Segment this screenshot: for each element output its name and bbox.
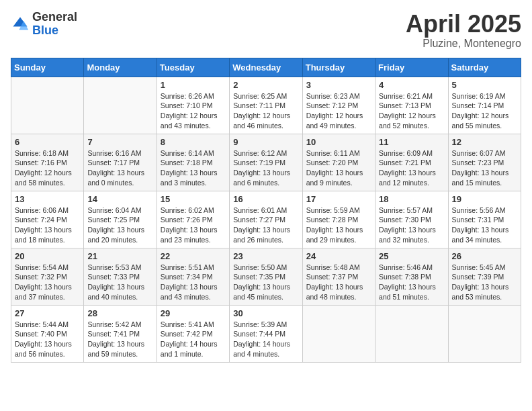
- header-row: SundayMondayTuesdayWednesdayThursdayFrid…: [11, 58, 521, 77]
- day-number: 19: [452, 194, 517, 204]
- day-info: Sunrise: 6:18 AM Sunset: 7:16 PM Dayligh…: [15, 148, 80, 188]
- calendar-cell: 3Sunrise: 6:23 AM Sunset: 7:12 PM Daylig…: [302, 77, 375, 134]
- day-info: Sunrise: 6:14 AM Sunset: 7:18 PM Dayligh…: [161, 148, 226, 188]
- day-number: 20: [15, 251, 80, 261]
- day-info: Sunrise: 5:56 AM Sunset: 7:31 PM Dayligh…: [452, 205, 517, 245]
- day-info: Sunrise: 5:46 AM Sunset: 7:38 PM Dayligh…: [379, 263, 444, 302]
- day-number: 3: [306, 80, 371, 90]
- month-title: April 2025: [406, 11, 521, 38]
- day-info: Sunrise: 6:07 AM Sunset: 7:23 PM Dayligh…: [452, 148, 517, 188]
- calendar-cell: [448, 305, 521, 362]
- day-info: Sunrise: 5:44 AM Sunset: 7:40 PM Dayligh…: [15, 320, 80, 359]
- calendar-cell: 21Sunrise: 5:53 AM Sunset: 7:33 PM Dayli…: [84, 248, 157, 305]
- day-info: Sunrise: 5:45 AM Sunset: 7:39 PM Dayligh…: [452, 263, 517, 302]
- day-number: 17: [306, 194, 371, 204]
- page-header: General Blue April 2025 Pluzine, Montene…: [11, 11, 521, 50]
- day-number: 21: [87, 251, 152, 261]
- day-number: 5: [452, 80, 517, 90]
- day-info: Sunrise: 5:51 AM Sunset: 7:34 PM Dayligh…: [161, 263, 226, 302]
- calendar-week-3: 13Sunrise: 6:06 AM Sunset: 7:24 PM Dayli…: [11, 191, 521, 248]
- calendar-cell: [375, 305, 448, 362]
- calendar-cell: 9Sunrise: 6:12 AM Sunset: 7:19 PM Daylig…: [230, 134, 302, 191]
- day-number: 6: [15, 137, 80, 147]
- day-number: 22: [161, 251, 226, 261]
- day-info: Sunrise: 5:41 AM Sunset: 7:42 PM Dayligh…: [161, 320, 226, 359]
- logo-blue: Blue: [32, 24, 77, 38]
- day-info: Sunrise: 5:57 AM Sunset: 7:30 PM Dayligh…: [379, 205, 444, 245]
- calendar-cell: 12Sunrise: 6:07 AM Sunset: 7:23 PM Dayli…: [448, 134, 521, 191]
- calendar-cell: 23Sunrise: 5:50 AM Sunset: 7:35 PM Dayli…: [230, 248, 302, 305]
- day-number: 23: [233, 251, 298, 261]
- day-number: 10: [306, 137, 371, 147]
- day-number: 13: [15, 194, 80, 204]
- calendar-cell: 17Sunrise: 5:59 AM Sunset: 7:28 PM Dayli…: [302, 191, 375, 248]
- day-info: Sunrise: 6:26 AM Sunset: 7:10 PM Dayligh…: [161, 91, 226, 131]
- day-info: Sunrise: 5:54 AM Sunset: 7:32 PM Dayligh…: [15, 263, 80, 302]
- calendar-cell: 25Sunrise: 5:46 AM Sunset: 7:38 PM Dayli…: [375, 248, 448, 305]
- calendar-cell: [302, 305, 375, 362]
- day-number: 2: [233, 80, 298, 90]
- calendar-cell: 20Sunrise: 5:54 AM Sunset: 7:32 PM Dayli…: [11, 248, 84, 305]
- day-info: Sunrise: 5:59 AM Sunset: 7:28 PM Dayligh…: [306, 205, 371, 245]
- calendar-cell: 4Sunrise: 6:21 AM Sunset: 7:13 PM Daylig…: [375, 77, 448, 134]
- day-number: 18: [379, 194, 444, 204]
- day-info: Sunrise: 6:09 AM Sunset: 7:21 PM Dayligh…: [379, 148, 444, 188]
- calendar-cell: 10Sunrise: 6:11 AM Sunset: 7:20 PM Dayli…: [302, 134, 375, 191]
- logo-general: General: [32, 11, 77, 24]
- calendar-cell: 24Sunrise: 5:48 AM Sunset: 7:37 PM Dayli…: [302, 248, 375, 305]
- calendar-cell: 16Sunrise: 6:01 AM Sunset: 7:27 PM Dayli…: [230, 191, 302, 248]
- day-info: Sunrise: 6:19 AM Sunset: 7:14 PM Dayligh…: [452, 91, 517, 131]
- day-info: Sunrise: 6:02 AM Sunset: 7:26 PM Dayligh…: [161, 205, 226, 245]
- calendar-cell: [84, 77, 157, 134]
- logo-icon: [11, 15, 30, 34]
- day-info: Sunrise: 5:53 AM Sunset: 7:33 PM Dayligh…: [87, 263, 152, 302]
- calendar-cell: 27Sunrise: 5:44 AM Sunset: 7:40 PM Dayli…: [11, 305, 84, 362]
- calendar-cell: 11Sunrise: 6:09 AM Sunset: 7:21 PM Dayli…: [375, 134, 448, 191]
- calendar-cell: 22Sunrise: 5:51 AM Sunset: 7:34 PM Dayli…: [157, 248, 229, 305]
- day-info: Sunrise: 6:16 AM Sunset: 7:17 PM Dayligh…: [87, 148, 152, 188]
- day-info: Sunrise: 6:11 AM Sunset: 7:20 PM Dayligh…: [306, 148, 371, 188]
- day-number: 25: [379, 251, 444, 261]
- calendar-cell: 28Sunrise: 5:42 AM Sunset: 7:41 PM Dayli…: [84, 305, 157, 362]
- day-number: 16: [233, 194, 298, 204]
- header-day-saturday: Saturday: [448, 58, 521, 77]
- calendar-cell: 1Sunrise: 6:26 AM Sunset: 7:10 PM Daylig…: [157, 77, 229, 134]
- header-day-wednesday: Wednesday: [230, 58, 302, 77]
- calendar-cell: 29Sunrise: 5:41 AM Sunset: 7:42 PM Dayli…: [157, 305, 229, 362]
- header-day-friday: Friday: [375, 58, 448, 77]
- calendar-cell: 19Sunrise: 5:56 AM Sunset: 7:31 PM Dayli…: [448, 191, 521, 248]
- day-info: Sunrise: 6:06 AM Sunset: 7:24 PM Dayligh…: [15, 205, 80, 245]
- day-number: 12: [452, 137, 517, 147]
- day-info: Sunrise: 6:12 AM Sunset: 7:19 PM Dayligh…: [233, 148, 298, 188]
- calendar-header: SundayMondayTuesdayWednesdayThursdayFrid…: [11, 58, 521, 77]
- calendar-body: 1Sunrise: 6:26 AM Sunset: 7:10 PM Daylig…: [11, 77, 521, 362]
- day-number: 1: [161, 80, 226, 90]
- calendar-cell: 6Sunrise: 6:18 AM Sunset: 7:16 PM Daylig…: [11, 134, 84, 191]
- calendar-cell: 14Sunrise: 6:04 AM Sunset: 7:25 PM Dayli…: [84, 191, 157, 248]
- day-number: 7: [87, 137, 152, 147]
- header-day-monday: Monday: [84, 58, 157, 77]
- calendar-cell: 15Sunrise: 6:02 AM Sunset: 7:26 PM Dayli…: [157, 191, 229, 248]
- day-number: 24: [306, 251, 371, 261]
- logo-text: General Blue: [32, 11, 77, 38]
- calendar-cell: 13Sunrise: 6:06 AM Sunset: 7:24 PM Dayli…: [11, 191, 84, 248]
- day-number: 11: [379, 137, 444, 147]
- header-day-sunday: Sunday: [11, 58, 84, 77]
- calendar-table: SundayMondayTuesdayWednesdayThursdayFrid…: [11, 58, 521, 363]
- day-info: Sunrise: 5:42 AM Sunset: 7:41 PM Dayligh…: [87, 320, 152, 359]
- day-number: 28: [87, 308, 152, 318]
- day-number: 26: [452, 251, 517, 261]
- calendar-cell: 26Sunrise: 5:45 AM Sunset: 7:39 PM Dayli…: [448, 248, 521, 305]
- calendar-week-4: 20Sunrise: 5:54 AM Sunset: 7:32 PM Dayli…: [11, 248, 521, 305]
- day-number: 27: [15, 308, 80, 318]
- day-info: Sunrise: 6:04 AM Sunset: 7:25 PM Dayligh…: [87, 205, 152, 245]
- calendar-cell: 2Sunrise: 6:25 AM Sunset: 7:11 PM Daylig…: [230, 77, 302, 134]
- day-number: 9: [233, 137, 298, 147]
- day-info: Sunrise: 6:25 AM Sunset: 7:11 PM Dayligh…: [233, 91, 298, 131]
- day-info: Sunrise: 5:50 AM Sunset: 7:35 PM Dayligh…: [233, 263, 298, 302]
- day-info: Sunrise: 6:01 AM Sunset: 7:27 PM Dayligh…: [233, 205, 298, 245]
- calendar-week-5: 27Sunrise: 5:44 AM Sunset: 7:40 PM Dayli…: [11, 305, 521, 362]
- header-day-tuesday: Tuesday: [157, 58, 229, 77]
- day-info: Sunrise: 5:48 AM Sunset: 7:37 PM Dayligh…: [306, 263, 371, 302]
- calendar-cell: [11, 77, 84, 134]
